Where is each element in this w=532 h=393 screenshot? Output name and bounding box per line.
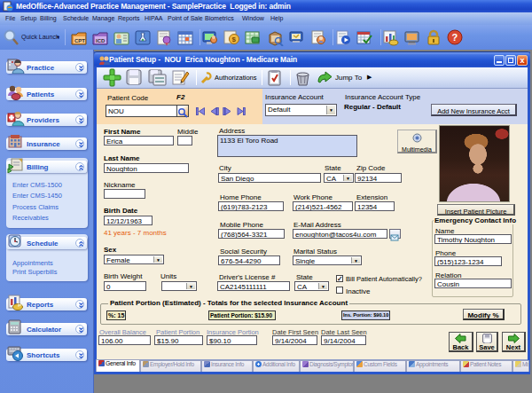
svg-text:?: ?	[452, 32, 458, 43]
svg-text:CPT: CPT	[74, 38, 85, 43]
svg-text:$: $	[232, 35, 237, 43]
svg-text:ICD: ICD	[96, 38, 106, 43]
